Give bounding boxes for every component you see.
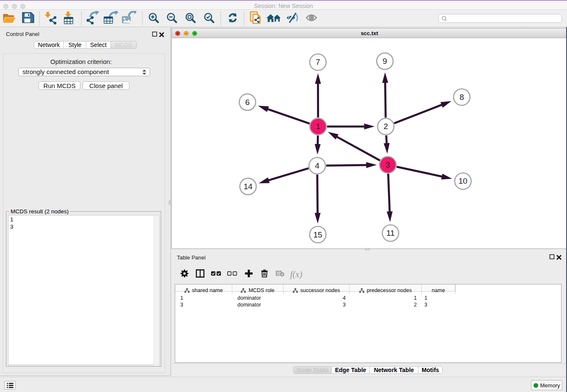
svg-text:3: 3: [385, 160, 390, 169]
svg-text:7: 7: [316, 58, 320, 66]
svg-text:14: 14: [244, 182, 253, 191]
svg-text:15: 15: [314, 230, 322, 239]
svg-text:10: 10: [459, 177, 468, 185]
svg-text:11: 11: [386, 229, 395, 237]
svg-text:1: 1: [316, 122, 321, 131]
svg-text:8: 8: [460, 93, 464, 102]
svg-text:9: 9: [383, 57, 387, 66]
svg-text:6: 6: [245, 98, 250, 107]
svg-text:4: 4: [315, 161, 319, 170]
svg-text:2: 2: [383, 122, 388, 131]
